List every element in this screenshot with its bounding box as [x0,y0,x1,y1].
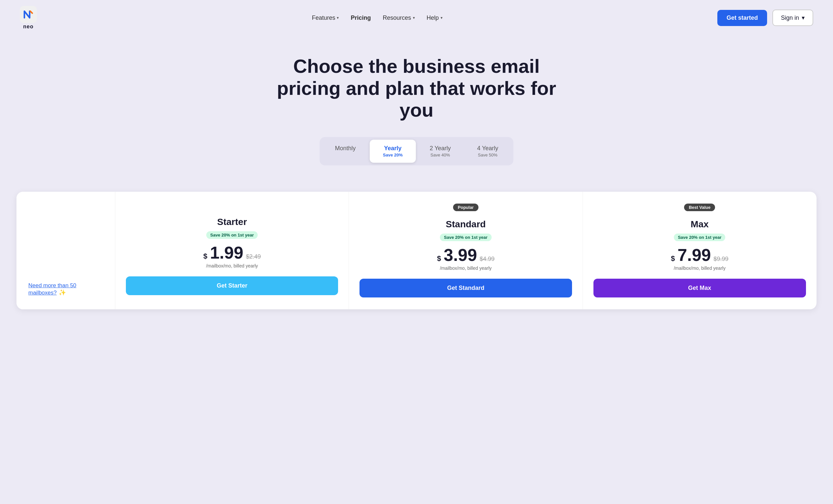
nav-links: Features ▾ Pricing Resources ▾ Help ▾ [312,15,442,21]
standard-save-tag: Save 20% on 1st year [440,234,491,241]
standard-name: Standard [359,219,572,230]
get-starter-button[interactable]: Get Starter [126,277,338,295]
billing-toggle: Monthly Yearly Save 20% 2 Yearly Save 40… [319,137,514,165]
max-dollar: $ [671,254,675,263]
logo: neo [20,6,37,30]
billing-2yearly[interactable]: 2 Yearly Save 40% [417,140,463,163]
get-started-button[interactable]: Get started [717,10,767,26]
popular-badge: Popular [453,203,478,211]
standard-price-row: $ 3.99 $4.99 [359,246,572,264]
starter-price-sub: /mailbox/mo, billed yearly [126,263,338,268]
nav-resources[interactable]: Resources ▾ [383,15,414,21]
max-price-main: 7.99 [677,246,711,264]
get-max-button[interactable]: Get Max [593,279,806,297]
standard-price-original: $4.99 [480,256,495,263]
max-save-tag: Save 20% on 1st year [674,234,725,241]
starter-save-tag: Save 20% on 1st year [206,231,258,239]
left-column: Need more than 50 mailboxes?✨ [17,192,115,309]
starter-price-original: $2.49 [246,253,261,260]
plan-max: Best Value Max Save 20% on 1st year $ 7.… [583,192,816,309]
logo-text: neo [23,24,33,30]
neo-logo-icon [20,6,37,23]
plan-standard: Popular Standard Save 20% on 1st year $ … [349,192,582,309]
chevron-down-icon: ▾ [441,16,443,20]
max-price-sub: /mailbox/mo, billed yearly [593,265,806,271]
standard-price-sub: /mailbox/mo, billed yearly [359,265,572,271]
svg-rect-0 [20,6,37,23]
navbar: neo Features ▾ Pricing Resources ▾ Help … [0,0,833,35]
starter-price-row: $ 1.99 $2.49 [126,244,338,261]
hero-title: Choose the business email pricing and pl… [268,55,565,121]
max-badge-row: Best Value [593,203,806,215]
starter-dollar: $ [203,252,207,261]
chevron-down-icon: ▾ [413,16,415,20]
chevron-down-icon: ▾ [337,16,339,20]
nav-help[interactable]: Help ▾ [427,15,443,21]
starter-name: Starter [126,217,338,227]
max-name: Max [593,219,806,230]
need-more-link[interactable]: Need more than 50 mailboxes? [28,282,76,296]
starter-price-main: 1.99 [210,244,243,261]
billing-monthly[interactable]: Monthly [322,140,368,163]
max-price-row: $ 7.99 $9.99 [593,246,806,264]
sign-in-button[interactable]: Sign in ▾ [772,9,813,26]
standard-dollar: $ [437,254,441,263]
standard-price-main: 3.99 [444,246,477,264]
nav-features[interactable]: Features ▾ [312,15,339,21]
badge-spacer [126,203,338,213]
sparkle-icon: ✨ [58,289,66,296]
need-more-row: Need more than 50 mailboxes?✨ [28,282,103,296]
pricing-cards: Need more than 50 mailboxes?✨ Starter Sa… [17,192,816,309]
chevron-down-icon: ▾ [802,14,805,21]
nav-pricing[interactable]: Pricing [351,15,371,21]
best-value-badge: Best Value [684,203,715,211]
standard-badge-row: Popular [359,203,572,215]
billing-4yearly[interactable]: 4 Yearly Save 50% [465,140,511,163]
hero-section: Choose the business email pricing and pl… [0,35,833,178]
plan-starter: Starter Save 20% on 1st year $ 1.99 $2.4… [115,192,349,309]
max-price-original: $9.99 [714,256,729,263]
billing-yearly[interactable]: Yearly Save 20% [370,140,416,163]
nav-actions: Get started Sign in ▾ [717,9,813,26]
get-standard-button[interactable]: Get Standard [359,279,572,297]
pricing-section: Need more than 50 mailboxes?✨ Starter Sa… [0,178,833,309]
